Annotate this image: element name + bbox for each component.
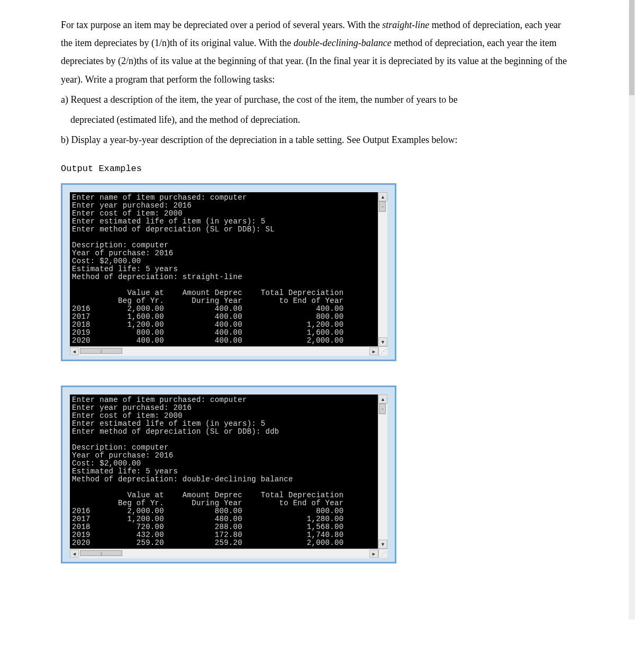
scroll-down-icon[interactable]: ▼ — [378, 337, 387, 346]
table-header: Beg of Yr. During Year to End of Year — [72, 297, 343, 305]
line: Year of purchase: 2016 — [72, 451, 173, 460]
horizontal-scrollbar[interactable]: ◄ ||| ► — [70, 549, 378, 558]
problem-text: For tax purpose an item may be depreciat… — [61, 16, 574, 149]
vertical-scrollbar[interactable]: ▲ ≡ ▼ — [378, 395, 387, 549]
scroll-thumb[interactable]: ||| — [80, 348, 122, 354]
line: Enter name of item purchased: computer — [72, 396, 247, 404]
line: Enter name of item purchased: computer — [72, 193, 247, 202]
resize-grip-icon[interactable]: ⋰ — [378, 346, 387, 355]
scroll-left-icon[interactable]: ◄ — [70, 550, 79, 558]
table-header: Value at Amount Deprec Total Depreciatio… — [72, 289, 343, 297]
line: Enter estimated life of item (in years):… — [72, 217, 265, 226]
line: Cost: $2,000.00 — [72, 257, 141, 265]
scroll-thumb[interactable]: ≡ — [379, 201, 386, 212]
line: Cost: $2,000.00 — [72, 459, 141, 468]
line: Enter method of depreciation (SL or DDB)… — [72, 427, 279, 436]
output-examples-heading: Output Examples — [61, 164, 574, 174]
table-row: 2016 2,000.00 400.00 400.00 — [72, 304, 343, 313]
vertical-scrollbar[interactable]: ▲ ≡ ▼ — [378, 192, 387, 346]
line: Enter year purchased: 2016 — [72, 404, 192, 412]
scroll-track[interactable]: ||| — [79, 550, 369, 558]
line: Enter estimated life of item (in years):… — [72, 419, 265, 428]
horizontal-scrollbar[interactable]: ◄ ||| ► — [70, 346, 378, 356]
item-b: b) Display a year-by-year description of… — [61, 131, 574, 149]
resize-grip-icon[interactable]: ⋰ — [378, 549, 387, 558]
item-a-cont: depreciated (estimated life), and the me… — [61, 111, 574, 129]
item-a: a) Request a description of the item, th… — [61, 91, 574, 109]
scroll-right-icon[interactable]: ► — [369, 347, 378, 355]
line: Enter cost of item: 2000 — [72, 209, 183, 218]
scroll-right-icon[interactable]: ► — [369, 550, 378, 558]
scroll-up-icon[interactable]: ▲ — [378, 192, 387, 201]
table-row: 2020 400.00 400.00 2,000.00 — [72, 336, 343, 345]
table-header: Beg of Yr. During Year to End of Year — [72, 499, 343, 507]
line: Enter cost of item: 2000 — [72, 411, 183, 420]
line: Description: computer — [72, 241, 169, 249]
em-straight-line: straight-line — [382, 20, 429, 30]
line: Description: computer — [72, 443, 169, 452]
line: Method of depreciation: double-declining… — [72, 475, 293, 483]
console-window-1: Enter name of item purchased: computer E… — [61, 183, 396, 361]
table-row: 2018 720.00 288.00 1,568.00 — [72, 523, 343, 531]
console-window-2: Enter name of item purchased: computer E… — [61, 386, 396, 563]
line: Enter year purchased: 2016 — [72, 201, 192, 210]
table-row: 2017 1,200.00 480.00 1,280.00 — [72, 515, 343, 523]
scroll-left-icon[interactable]: ◄ — [70, 347, 79, 355]
table-header: Value at Amount Deprec Total Depreciatio… — [72, 491, 343, 499]
table-row: 2019 800.00 400.00 1,600.00 — [72, 328, 343, 337]
table-row: 2019 432.00 172.80 1,740.80 — [72, 531, 343, 539]
page-scroll-thumb[interactable] — [629, 0, 634, 95]
scroll-thumb[interactable]: ≡ — [379, 404, 386, 414]
em-ddb: double-declining-balance — [294, 38, 392, 48]
document-page: For tax purpose an item may be depreciat… — [0, 0, 635, 620]
line: Year of purchase: 2016 — [72, 249, 173, 257]
scroll-up-icon[interactable]: ▲ — [378, 395, 387, 404]
scroll-track[interactable]: ||| — [79, 347, 369, 355]
console-output-2: Enter name of item purchased: computer E… — [70, 395, 378, 549]
paragraph-1: For tax purpose an item may be depreciat… — [61, 16, 574, 88]
table-row: 2018 1,200.00 400.00 1,200.00 — [72, 320, 343, 329]
page-scrollbar[interactable] — [629, 0, 635, 620]
line: Estimated life: 5 years — [72, 265, 178, 273]
line: Enter method of depreciation (SL or DDB)… — [72, 225, 275, 234]
console-output-1: Enter name of item purchased: computer E… — [70, 192, 378, 346]
scroll-down-icon[interactable]: ▼ — [378, 540, 387, 549]
line: Estimated life: 5 years — [72, 467, 178, 476]
p1-a: For tax purpose an item may be depreciat… — [61, 20, 382, 30]
table-row: 2016 2,000.00 800.00 800.00 — [72, 507, 343, 515]
table-row: 2017 1,600.00 400.00 800.00 — [72, 312, 343, 321]
line: Method of depreciation: straight-line — [72, 273, 242, 281]
scroll-thumb[interactable]: ||| — [80, 550, 122, 556]
table-row: 2020 259.20 259.20 2,000.00 — [72, 539, 343, 547]
